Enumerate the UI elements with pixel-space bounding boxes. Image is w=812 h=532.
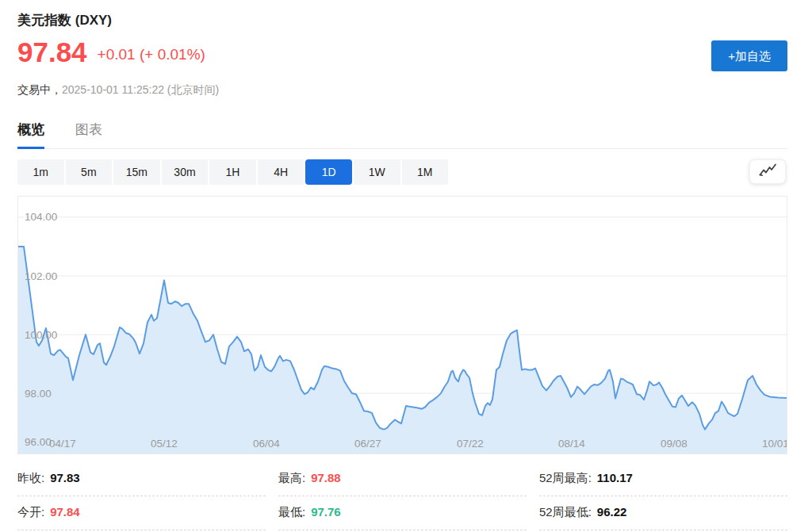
timeframe-1M[interactable]: 1M [402,159,449,185]
stat-value: 96.22 [597,505,627,519]
y-axis-label: 100.00 [25,329,57,341]
instrument-title: 美元指数 (DXY) [17,11,112,29]
tab-chart[interactable]: 图表 [75,121,102,149]
current-price: 97.84 [17,38,87,66]
timeframe-1W[interactable]: 1W [354,159,400,185]
x-axis-label: 10/01 [762,438,787,450]
timeframe-1D[interactable]: 1D [305,159,352,185]
status-row: 交易中，2025-10-01 11:25:22 (北京时间) [17,83,219,98]
stat-value: 97.88 [311,471,341,484]
stat-value: 97.84 [50,505,80,519]
timeframe-1H[interactable]: 1H [209,159,256,185]
stat-value: 97.76 [311,505,341,519]
stats-grid: 昨收:97.83最高:97.8852周最高:110.17今开:97.84最低:9… [17,462,787,530]
timeframe-15m[interactable]: 15m [113,159,160,185]
stat-label: 最高: [278,471,305,486]
trading-status: 交易中， [17,83,62,96]
x-axis-label: 09/08 [661,438,688,450]
stat-day-low: 最低:97.76 [278,496,527,530]
stat-week52-low: 52周最低:96.22 [539,496,787,530]
price-chart[interactable]: 104.00102.00100.0098.0096.0004/1705/1206… [17,196,787,454]
y-axis-label: 102.00 [25,270,57,282]
timeframe-row: 1m5m15m30m1H4H1D1W1M [17,159,787,185]
timeframe-5m[interactable]: 5m [66,159,113,185]
add-watchlist-button[interactable]: +加自选 [711,40,787,71]
stat-label: 昨收: [17,471,44,486]
x-axis-label: 08/14 [558,438,585,450]
timeframe-4H[interactable]: 4H [258,159,304,185]
stat-value: 97.83 [50,471,80,484]
price-row: 97.84 +0.01 (+ 0.01%) [17,38,205,66]
chart-style-button[interactable] [749,159,786,184]
stat-label: 52周最低: [539,505,592,520]
line-chart-icon [758,163,778,181]
y-axis-label: 104.00 [25,211,57,223]
x-axis-label: 05/12 [151,438,178,450]
stat-week52-high: 52周最高:110.17 [539,462,787,496]
stat-label: 最低: [278,505,305,520]
stat-day-high: 最高:97.88 [278,462,527,496]
y-axis-label: 98.00 [25,388,52,400]
x-axis-label: 04/17 [49,438,76,450]
stat-prev-close: 昨收:97.83 [17,462,266,496]
stat-open: 今开:97.84 [17,496,266,530]
price-chart-svg: 104.00102.00100.0098.0096.0004/1705/1206… [18,197,787,454]
price-area [18,247,787,454]
stat-label: 52周最高: [539,471,592,486]
timeframe-bar: 1m5m15m30m1H4H1D1W1M [17,159,448,185]
quote-page: 美元指数 (DXY) 97.84 +0.01 (+ 0.01%) 交易中，202… [0,0,812,532]
stat-label: 今开: [17,505,44,520]
timeframe-1m[interactable]: 1m [17,159,64,185]
price-change: +0.01 (+ 0.01%) [98,46,205,63]
timeframe-30m[interactable]: 30m [162,159,209,185]
y-axis-label: 96.00 [25,436,52,448]
x-axis-label: 06/04 [253,438,280,450]
x-axis-label: 07/22 [457,438,484,450]
x-axis-label: 06/27 [354,438,381,450]
quote-timestamp: 2025-10-01 11:25:22 (北京时间) [62,83,219,96]
stat-value: 110.17 [597,471,633,484]
tab-overview[interactable]: 概览 [17,121,44,149]
tabs: 概览图表 [17,121,787,149]
